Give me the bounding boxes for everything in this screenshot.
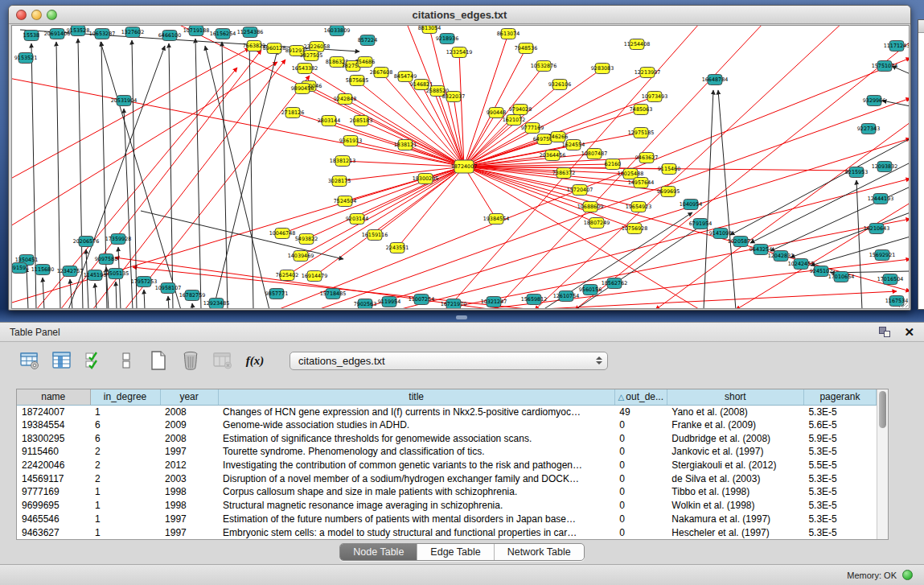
- table-cell[interactable]: 1997: [160, 445, 218, 459]
- table-cell[interactable]: 0: [614, 513, 667, 526]
- graph-node[interactable]: 18807249: [584, 218, 610, 229]
- graph-node[interactable]: 17359928: [105, 234, 132, 245]
- graph-node[interactable]: 9227343: [857, 124, 880, 134]
- table-cell[interactable]: 5.3E-5: [803, 445, 876, 459]
- graph-node[interactable]: 10807487: [581, 149, 608, 159]
- graph-node[interactable]: 2718126: [281, 108, 304, 118]
- graph-node[interactable]: 16914479: [302, 271, 328, 282]
- table-cell[interactable]: Yano et al. (2008): [667, 405, 803, 418]
- graph-node[interactable]: 1327602: [121, 27, 144, 38]
- table-cell[interactable]: 6: [90, 418, 160, 432]
- graph-node[interactable]: 10321247: [481, 297, 507, 307]
- graph-node[interactable]: 9097588: [95, 254, 117, 265]
- graph-node[interactable]: 12093832: [872, 162, 898, 172]
- table-cell[interactable]: 9465546: [17, 513, 90, 526]
- graph-node[interactable]: 10756928: [622, 224, 648, 234]
- graph-node[interactable]: 12610754: [553, 291, 580, 302]
- graph-node[interactable]: 9326106: [548, 80, 571, 90]
- table-cell[interactable]: Corpus callosum shape and size in male p…: [218, 485, 614, 499]
- table-cell[interactable]: 1998: [160, 499, 218, 513]
- table-selector-dropdown[interactable]: citations_edges.txt: [290, 352, 608, 370]
- table-cell[interactable]: 2008: [160, 405, 218, 418]
- table-cell[interactable]: 1998: [160, 485, 218, 499]
- table-cell[interactable]: 5.3E-5: [803, 472, 876, 485]
- graph-node[interactable]: 2867608: [370, 68, 392, 78]
- table-cell[interactable]: Investigating the contribution of common…: [218, 459, 614, 472]
- graph-node[interactable]: 16210643: [864, 224, 890, 234]
- table-cell[interactable]: 0: [614, 499, 667, 513]
- table-cell[interactable]: 0: [614, 431, 667, 445]
- panel-splitter-handle[interactable]: [456, 315, 467, 319]
- table-row[interactable]: 1830029562008Estimation of significance …: [17, 431, 877, 445]
- table-cell[interactable]: 2: [90, 459, 160, 472]
- table-cell[interactable]: Structural magnetic resonance image aver…: [218, 499, 614, 513]
- graph-node[interactable]: 12325419: [446, 47, 473, 58]
- table-cell[interactable]: Genome-wide association studies in ADHD.: [218, 418, 614, 432]
- graph-node[interactable]: 9794028: [509, 105, 532, 115]
- graph-node[interactable]: 10719188: [183, 26, 210, 36]
- graph-node[interactable]: 11171243: [884, 41, 910, 51]
- table-cell[interactable]: 2003: [160, 472, 218, 485]
- graph-node[interactable]: 15720407: [567, 185, 593, 196]
- graph-node[interactable]: 11254408: [624, 39, 651, 50]
- table-cell[interactable]: Stergiakouli et al. (2012): [667, 459, 803, 472]
- graph-node[interactable]: 16156254: [210, 29, 236, 39]
- table-row[interactable]: 946554611997Estimation of the future num…: [17, 513, 877, 526]
- graph-node[interactable]: 754686: [355, 57, 375, 68]
- graph-node[interactable]: 9361913: [339, 136, 362, 146]
- graph-node[interactable]: 5493822: [295, 234, 318, 245]
- create-column-button[interactable]: [146, 348, 170, 373]
- table-cell[interactable]: Nakamura et al. (1997): [667, 513, 803, 526]
- function-builder-button[interactable]: f(x): [243, 348, 267, 373]
- graph-node[interactable]: 10046748: [269, 229, 296, 239]
- table-cell[interactable]: 5.3E-5: [803, 405, 876, 418]
- tab-node-table[interactable]: Node Table: [340, 544, 417, 560]
- table-cell[interactable]: Embryonic stem cells: a model to study s…: [218, 525, 614, 539]
- table-cell[interactable]: de Silva et al. (2003): [667, 472, 803, 485]
- table-cell[interactable]: 1: [90, 513, 160, 526]
- graph-node[interactable]: 10653287: [89, 29, 116, 39]
- table-row[interactable]: 1938455462009Genome-wide association stu…: [17, 418, 877, 432]
- table-cell[interactable]: 0: [614, 485, 667, 499]
- table-cell[interactable]: Estimation of the future numbers of pati…: [218, 513, 614, 526]
- graph-node[interactable]: 12213937: [634, 68, 661, 78]
- graph-node[interactable]: 9242848: [334, 94, 356, 105]
- graph-node[interactable]: 5875685: [346, 76, 368, 86]
- table-cell[interactable]: 1997: [160, 525, 218, 539]
- table-cell[interactable]: 1: [90, 405, 160, 418]
- table-cell[interactable]: 1: [90, 525, 160, 539]
- window-titlebar[interactable]: citations_edges.txt: [9, 6, 910, 24]
- graph-node[interactable]: 9119954: [378, 297, 400, 307]
- close-panel-icon[interactable]: ✕: [904, 326, 914, 339]
- graph-node[interactable]: 16648784: [702, 75, 729, 85]
- table-cell[interactable]: 9777169: [17, 485, 90, 499]
- graph-node[interactable]: 10205873: [728, 237, 754, 247]
- graph-node[interactable]: 10532876: [531, 61, 557, 72]
- graph-node[interactable]: 9115460: [658, 164, 680, 175]
- background-network-window[interactable]: [918, 19, 924, 310]
- table-cell[interactable]: 14569117: [17, 472, 90, 485]
- table-cell[interactable]: 18724007: [17, 405, 90, 418]
- table-cell[interactable]: Dudbridge et al. (2008): [667, 431, 803, 445]
- column-header-short[interactable]: short: [667, 389, 803, 405]
- graph-node[interactable]: 1115680: [31, 265, 54, 275]
- table-cell[interactable]: 2008: [160, 431, 218, 445]
- graph-node[interactable]: 391591: [12, 263, 29, 274]
- graph-node[interactable]: 9777169: [521, 123, 544, 134]
- graph-node[interactable]: 18381213: [330, 156, 356, 167]
- graph-node[interactable]: 10688609: [577, 202, 604, 212]
- table-cell[interactable]: 5.3E-5: [803, 513, 876, 526]
- table-cell[interactable]: Tourette syndrome. Phenomenology and cla…: [218, 445, 614, 459]
- float-panel-button[interactable]: [878, 326, 893, 339]
- column-header-pagerank[interactable]: pagerank: [803, 389, 876, 405]
- graph-node[interactable]: 8813054: [418, 26, 441, 34]
- table-mode-button[interactable]: [18, 348, 42, 373]
- graph-node[interactable]: 15538: [23, 31, 39, 41]
- network-canvas[interactable]: 1553820691406915352810653287132760264661…: [11, 25, 910, 309]
- graph-node[interactable]: 7485063: [630, 105, 652, 115]
- column-header-in_degree[interactable]: in_degree: [90, 389, 160, 405]
- graph-node[interactable]: 10958107: [155, 283, 182, 294]
- table-cell[interactable]: 9463627: [17, 525, 90, 539]
- table-cell[interactable]: 5.6E-5: [803, 418, 876, 432]
- graph-node[interactable]: 3827505: [300, 51, 322, 61]
